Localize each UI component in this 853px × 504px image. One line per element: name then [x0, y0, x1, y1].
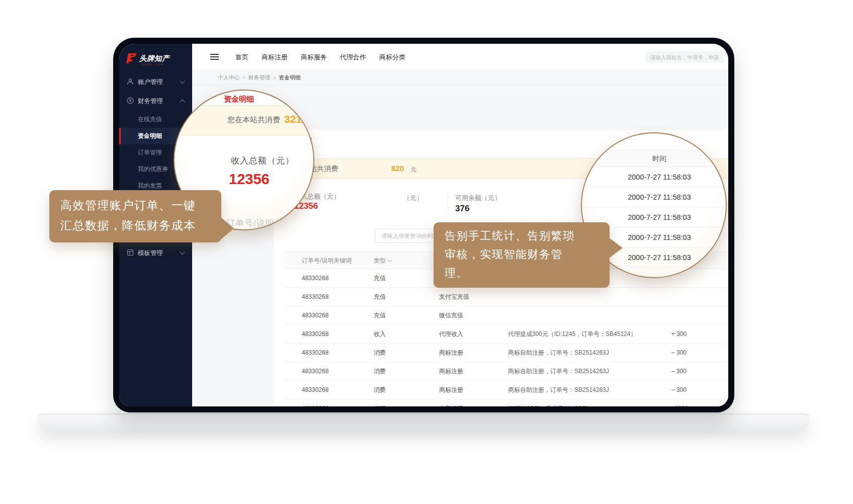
breadcrumb-item[interactable]: 个人中心: [218, 74, 240, 80]
sidebar-item-finance[interactable]: 财务管理: [119, 93, 192, 110]
sort-caret-icon: [388, 258, 392, 262]
nav-item-agent-cooperation[interactable]: 代理合作: [340, 53, 366, 62]
chevron-down-icon: [180, 250, 185, 255]
user-icon: [127, 78, 134, 85]
sidebar-item-label: 账户管理: [138, 78, 163, 87]
magnified-tab-label: 资金明细: [224, 95, 254, 104]
hamburger-menu-icon[interactable]: [210, 54, 219, 60]
stat-expense-partial-label: （元）: [403, 194, 423, 203]
brand-logo[interactable]: 头牌知产 TOUPAI.COM: [126, 53, 187, 66]
callout-bubble-right: 告别手工统计、告别繁琐 审核，实现智能财务管 理。: [434, 222, 610, 288]
chevron-down-icon: [180, 79, 185, 84]
sidebar-subitem-recharge[interactable]: 在线充值: [119, 111, 192, 128]
banner-unit: 元: [410, 165, 416, 174]
brand-tagline: TOUPAI.COM: [140, 63, 163, 66]
template-icon: [127, 249, 134, 256]
callout-text: 理。: [445, 266, 468, 281]
callout-text: 汇总数据，降低财务成本: [60, 218, 196, 233]
breadcrumb-separator: >: [242, 74, 245, 80]
breadcrumb: 个人中心>财务管理>资金明细: [192, 70, 728, 85]
col-header-type[interactable]: 类型: [374, 252, 391, 269]
table-row[interactable]: 48330268 消费 商标注册 商标自助注册，订单号：SB2514263J –…: [284, 362, 728, 381]
col-header-order: 订单号/说明关键词: [302, 252, 352, 269]
table-row[interactable]: 48330268 提现 余额提现 提现3000元，手续费2%(60元) – 30…: [284, 399, 728, 406]
breadcrumb-current: 资金明细: [279, 74, 301, 80]
magnified-income-label: 收入总额（元）: [231, 155, 294, 166]
callout-text: 告别手工统计、告别繁琐: [445, 228, 575, 243]
brand-logo-icon: [126, 53, 137, 63]
table-row[interactable]: 48330268 消费 商标注册 商标自助注册，订单号：SB2514263J –…: [284, 344, 728, 362]
breadcrumb-item[interactable]: 财务管理: [248, 74, 270, 80]
topbar: 首页 商标注册 商标服务 代理合作 商标分类: [192, 44, 728, 71]
breadcrumb-separator: >: [273, 74, 276, 80]
table-row[interactable]: 48330268 消费 商标注册 商标自助注册，订单号：SB2514263J –…: [284, 381, 728, 399]
callout-text: 高效管理账户订单、一键: [60, 198, 196, 213]
table-row[interactable]: 48330268 充值 支付宝充值 2000-7-27 11:58:03: [284, 288, 728, 306]
magnified-income-value: 12356: [229, 171, 270, 188]
callout-bubble-left: 高效管理账户订单、一键 汇总数据，降低财务成本: [49, 190, 221, 242]
stat-divider: [448, 193, 448, 212]
nav-item-trademark-register[interactable]: 商标注册: [262, 53, 288, 62]
chevron-up-icon: [180, 100, 185, 105]
magnified-banner: 您在本站共消费 32124 元: [175, 105, 314, 135]
nav-item-home[interactable]: 首页: [235, 53, 248, 62]
sidebar-item-label: 财务管理: [138, 97, 163, 106]
global-search-input[interactable]: [645, 51, 723, 63]
topnav: 首页 商标注册 商标服务 代理合作 商标分类: [235, 44, 405, 70]
nav-item-trademark-category[interactable]: 商标分类: [379, 53, 405, 62]
magnified-time-row: 2000-7-27 11:58:03: [582, 167, 727, 187]
table-row[interactable]: 48330268 收入 代理收入 代理提成300元（ID:1245，订单号：SB…: [284, 325, 728, 344]
brand-name: 头牌知产: [139, 54, 169, 63]
banner-amount: 820: [391, 164, 404, 173]
laptop-base: [38, 413, 810, 431]
sidebar-item-account[interactable]: 账户管理: [119, 73, 192, 91]
magnified-time-row: 2000-7-27 11:58:03: [582, 187, 727, 207]
table-row[interactable]: 48330268 充值 微信充值 2000-7-27 11:58:03: [284, 306, 728, 325]
stage: 头牌知产 TOUPAI.COM 账户管理 财务管理 在线充值: [0, 0, 853, 504]
callout-text: 审核，实现智能财务管: [445, 247, 563, 262]
finance-icon: [127, 97, 134, 104]
sidebar-item-templates[interactable]: 模板管理: [119, 244, 192, 262]
sidebar-item-label: 模板管理: [138, 249, 163, 258]
stat-balance: 可用余额（元） 376: [455, 194, 501, 214]
nav-item-trademark-service[interactable]: 商标服务: [301, 53, 327, 62]
